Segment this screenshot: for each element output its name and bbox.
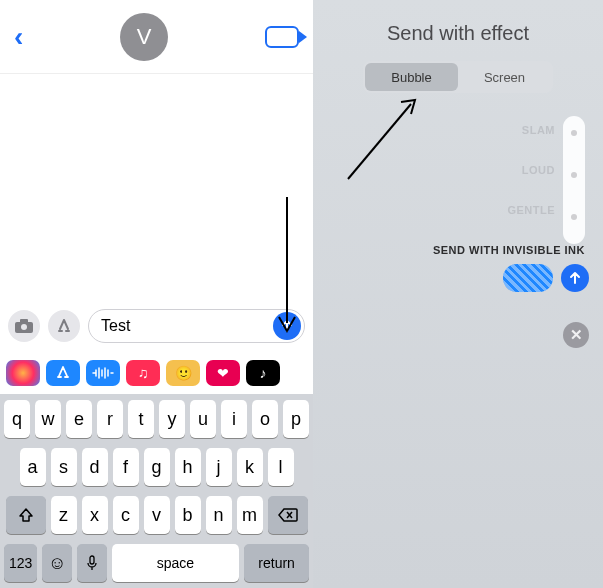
numbers-key[interactable]: 123 [4,544,37,582]
emoji-key[interactable]: ☺ [42,544,72,582]
contact-avatar[interactable]: V [120,13,168,61]
key-z[interactable]: z [51,496,77,534]
effect-options: SLAM LOUD GENTLE SEND WITH INVISIBLE INK [355,110,585,270]
key-x[interactable]: x [82,496,108,534]
photos-app-icon[interactable] [6,360,40,386]
effect-gentle[interactable]: GENTLE [355,190,585,230]
key-row-1: q w e r t y u i o p [4,400,309,438]
key-b[interactable]: b [175,496,201,534]
key-h[interactable]: h [175,448,201,486]
message-text: Test [101,317,273,335]
key-f[interactable]: f [113,448,139,486]
key-row-3: z x c v b n m [4,496,309,534]
key-w[interactable]: w [35,400,61,438]
tab-bubble[interactable]: Bubble [365,63,458,91]
key-n[interactable]: n [206,496,232,534]
space-key[interactable]: space [112,544,240,582]
memoji-app-icon[interactable]: 🙂 [166,360,200,386]
effect-slam[interactable]: SLAM [355,110,585,150]
key-p[interactable]: p [283,400,309,438]
key-o[interactable]: o [252,400,278,438]
camera-icon[interactable] [8,310,40,342]
key-u[interactable]: u [190,400,216,438]
send-with-effect-button[interactable] [561,264,589,292]
invisible-ink-preview-bubble [503,264,553,292]
key-d[interactable]: d [82,448,108,486]
svg-rect-2 [20,319,28,323]
key-y[interactable]: y [159,400,185,438]
send-with-effect-screen: Send with effect Bubble Screen SLAM LOUD… [313,0,603,588]
key-l[interactable]: l [268,448,294,486]
keyboard: q w e r t y u i o p a s d f g h j k l z [0,394,313,588]
svg-rect-4 [90,556,94,564]
dictation-key[interactable] [77,544,107,582]
key-a[interactable]: a [20,448,46,486]
effect-loud[interactable]: LOUD [355,150,585,190]
close-effect-button[interactable]: ✕ [563,322,589,348]
audio-app-icon[interactable] [86,360,120,386]
key-g[interactable]: g [144,448,170,486]
input-bar: Test [0,306,313,352]
music-app-icon[interactable]: ♫ [126,360,160,386]
conversation-area [0,74,313,306]
back-button[interactable]: ‹ [14,21,23,53]
effect-invisible-ink[interactable]: SEND WITH INVISIBLE INK [355,230,585,270]
key-k[interactable]: k [237,448,263,486]
shift-key[interactable] [6,496,46,534]
key-i[interactable]: i [221,400,247,438]
nav-bar: ‹ V [0,0,313,74]
messages-compose-screen: ‹ V Test ♫ 🙂 ❤ ♪ [0,0,313,588]
tiktok-app-icon[interactable]: ♪ [246,360,280,386]
svg-point-3 [21,324,27,330]
key-s[interactable]: s [51,448,77,486]
digital-touch-app-icon[interactable]: ❤ [206,360,240,386]
key-c[interactable]: c [113,496,139,534]
key-j[interactable]: j [206,448,232,486]
return-key[interactable]: return [244,544,309,582]
appstore-app-icon[interactable] [46,360,80,386]
key-row-4: 123 ☺ space return [4,544,309,582]
key-t[interactable]: t [128,400,154,438]
key-e[interactable]: e [66,400,92,438]
key-v[interactable]: v [144,496,170,534]
key-row-2: a s d f g h j k l [4,448,309,486]
key-r[interactable]: r [97,400,123,438]
facetime-icon[interactable] [265,26,299,48]
app-store-icon[interactable] [48,310,80,342]
effect-title: Send with effect [313,22,603,45]
imessage-app-strip: ♫ 🙂 ❤ ♪ [0,352,313,394]
message-input[interactable]: Test [88,309,305,343]
key-q[interactable]: q [4,400,30,438]
effect-segmented-control: Bubble Screen [363,61,553,93]
key-m[interactable]: m [237,496,263,534]
tab-screen[interactable]: Screen [458,63,551,91]
backspace-key[interactable] [268,496,308,534]
send-button[interactable] [273,312,301,340]
